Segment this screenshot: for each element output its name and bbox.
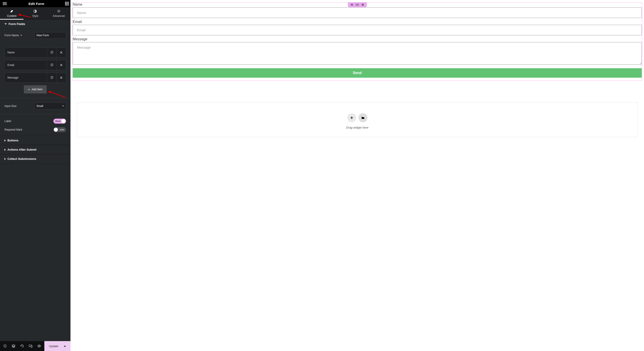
close-icon [60,76,63,79]
widget-toolbar [348,2,367,7]
duplicate-button[interactable] [47,60,56,70]
caret-down-icon [4,24,7,24]
dropzone-hint: Drag widget here [77,126,638,129]
input-size-select[interactable]: Small [34,103,66,110]
ai-sparkle-icon[interactable]: ✦ [20,34,22,37]
caret-right-icon [4,139,6,142]
drag-icon [356,4,359,6]
widget-dropzone[interactable]: Drag widget here [77,102,638,137]
navigator-icon[interactable] [12,344,15,348]
caret-right-icon [4,148,6,151]
form-name-label: Form Name [4,34,19,37]
editor-canvas: Name Email Message Send Drag widget here [70,0,644,351]
tab-content[interactable]: Content [0,7,24,19]
sidebar-header: Edit Form [0,0,70,7]
remove-button[interactable] [56,73,66,82]
message-textarea[interactable] [73,42,642,64]
tab-style[interactable]: Style [24,7,47,19]
email-input[interactable] [73,25,642,35]
label-toggle[interactable]: Show [53,119,66,124]
section-actions-after-submit[interactable]: Actions After Submit [0,145,70,154]
required-mark-label: Required Mark [4,128,22,131]
tab-advanced[interactable]: Advanced [47,7,70,19]
responsive-icon[interactable] [29,344,32,348]
repeater-item[interactable]: Email [4,60,66,70]
copy-icon [50,64,53,67]
delete-widget-button[interactable] [360,3,366,7]
repeater-item-label: Name [5,48,47,57]
drag-handle[interactable] [355,3,360,7]
remove-button[interactable] [56,48,66,57]
field-label-message: Message [73,37,642,41]
panel-title: Edit Form [28,2,44,6]
repeater-item[interactable]: Name [4,48,66,58]
form-name-input[interactable] [34,32,66,38]
history-icon[interactable] [20,344,24,348]
gear-icon [57,10,60,13]
preview-icon[interactable] [38,344,41,348]
editor-sidebar: Edit Form Content Style Advanced Form Fi… [0,0,70,351]
label-toggle-label: Label [4,120,11,123]
svg-rect-10 [31,346,32,348]
widgets-grid-icon[interactable] [65,2,69,6]
pencil-icon [10,10,14,13]
add-widget-button[interactable] [349,3,355,7]
repeater-item-label: Message [5,73,47,82]
remove-button[interactable] [56,60,66,70]
required-mark-toggle[interactable]: Hide [53,127,66,132]
update-button[interactable]: Update [44,341,70,351]
add-item-button[interactable]: +Add Item [24,85,46,94]
plus-icon [350,116,353,119]
contrast-icon [33,10,37,13]
sidebar-footer: Update [0,341,70,351]
repeater-item[interactable]: Message [4,73,66,83]
svg-point-11 [39,346,40,346]
folder-icon [362,116,364,119]
chevron-up-icon [64,345,66,347]
form-widget[interactable]: Name Email Message Send [72,2,642,80]
menu-icon[interactable] [2,1,8,6]
section-buttons[interactable]: Buttons [0,136,70,145]
section-collect-submissions[interactable]: Collect Submissions [0,154,70,164]
add-section-button[interactable] [347,113,356,122]
input-size-label: Input Size [4,104,16,108]
repeater-item-label: Email [5,60,47,70]
svg-point-1 [58,11,59,12]
duplicate-button[interactable] [47,73,56,82]
field-label-email: Email [73,20,642,24]
svg-point-8 [4,346,6,346]
close-icon [60,51,63,54]
plus-icon: + [28,88,30,91]
duplicate-button[interactable] [47,48,56,57]
copy-icon [50,76,53,79]
settings-icon[interactable] [3,344,7,348]
submit-button[interactable]: Send [73,68,642,78]
close-icon [60,64,63,67]
name-input[interactable] [73,8,642,18]
editor-tabs: Content Style Advanced [0,7,70,20]
chevron-down-icon [62,106,64,106]
section-form-fields[interactable]: Form Fields [0,20,70,28]
fields-repeater: Name Email Message +Add Item [4,48,66,94]
copy-icon [50,51,53,54]
template-library-button[interactable] [358,113,368,122]
caret-right-icon [4,158,6,160]
